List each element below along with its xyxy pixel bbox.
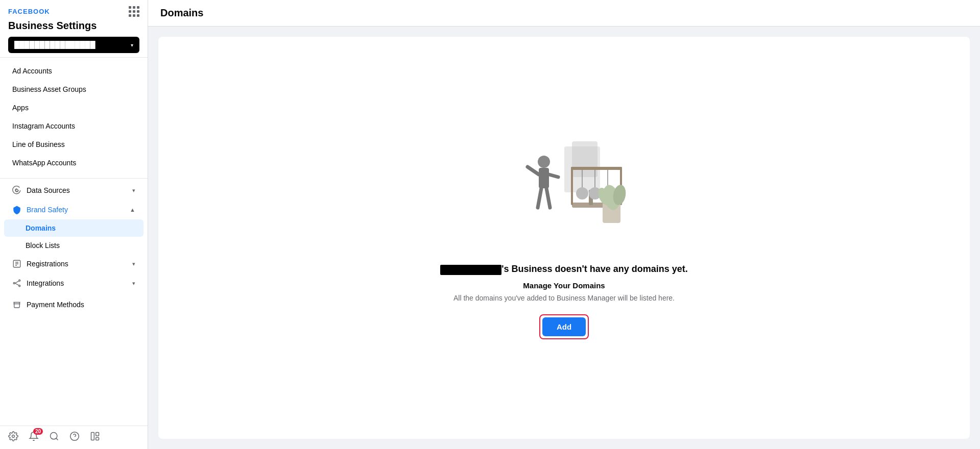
payment-methods-label: Payment Methods [27, 301, 135, 309]
domains-label: Domains [26, 224, 56, 232]
main-content: Domains [148, 0, 980, 449]
integrations-group: Integrations ▾ [0, 273, 148, 293]
sidebar-item-apps[interactable]: Apps [4, 98, 144, 117]
data-sources-header[interactable]: Data Sources ▾ [4, 181, 144, 200]
sidebar-footer: 20 [0, 426, 148, 449]
svg-point-0 [16, 189, 18, 192]
add-domain-button[interactable]: Add [542, 317, 586, 336]
data-sources-icon [12, 186, 21, 195]
divider [0, 178, 148, 179]
svg-rect-14 [96, 438, 99, 440]
block-lists-label: Block Lists [26, 241, 60, 250]
account-selector-label: ████████████████ [14, 41, 127, 49]
empty-state-illustration [493, 136, 636, 248]
svg-point-23 [576, 187, 588, 199]
sidebar-item-label: Business Asset Groups [12, 85, 135, 93]
svg-line-5 [15, 281, 19, 283]
registrations-icon [12, 259, 21, 268]
brand-safety-icon [12, 205, 21, 214]
brand-safety-group: Brand Safety ▲ Domains Block Lists [0, 200, 148, 254]
registrations-chevron: ▾ [132, 261, 135, 267]
panel-icon[interactable] [90, 431, 100, 444]
integrations-label: Integrations [27, 279, 132, 287]
notifications-icon[interactable]: 20 [29, 431, 39, 444]
grid-icon[interactable] [129, 6, 139, 17]
svg-point-2 [13, 283, 15, 284]
svg-line-6 [15, 283, 19, 285]
brand-safety-header[interactable]: Brand Safety ▲ [4, 200, 144, 219]
sidebar-item-line-of-business[interactable]: Line of Business [4, 135, 144, 154]
svg-rect-13 [96, 433, 99, 436]
chevron-down-icon: ▾ [131, 42, 133, 48]
svg-rect-19 [571, 167, 622, 170]
business-settings-title: Business Settings [8, 20, 139, 32]
sidebar: FACEBOOK Business Settings █████████████… [0, 0, 148, 449]
manage-domains-desc: All the domains you've added to Business… [453, 294, 675, 302]
svg-rect-29 [539, 168, 549, 188]
brand-safety-label: Brand Safety [27, 206, 130, 214]
redacted-business-name [440, 265, 501, 275]
integrations-header[interactable]: Integrations ▾ [4, 273, 144, 293]
integrations-icon [12, 279, 21, 288]
sidebar-item-block-lists[interactable]: Block Lists [4, 237, 144, 254]
sidebar-header: FACEBOOK Business Settings █████████████… [0, 0, 148, 58]
facebook-logo: FACEBOOK [8, 8, 50, 15]
svg-point-3 [19, 280, 20, 281]
integrations-chevron: ▾ [132, 280, 135, 287]
sidebar-logo-row: FACEBOOK [8, 6, 139, 17]
svg-point-4 [19, 285, 20, 287]
page-title: Domains [160, 7, 968, 19]
sidebar-item-label: WhatsApp Accounts [12, 159, 135, 167]
data-sources-chevron: ▾ [132, 187, 135, 194]
notification-badge: 20 [33, 428, 43, 435]
empty-state-title: 's Business doesn't have any domains yet… [440, 264, 688, 275]
sidebar-item-business-asset-groups[interactable]: Business Asset Groups [4, 80, 144, 98]
empty-title-suffix: 's Business doesn't have any domains yet… [501, 264, 688, 274]
settings-icon[interactable] [8, 431, 18, 444]
svg-line-32 [538, 188, 541, 208]
svg-point-10 [70, 432, 79, 441]
manage-domains-title: Manage Your Domains [523, 281, 605, 290]
registrations-group: Registrations ▾ [0, 254, 148, 273]
sidebar-item-label: Ad Accounts [12, 67, 135, 75]
page-header: Domains [148, 0, 980, 27]
svg-rect-16 [572, 141, 597, 177]
svg-line-31 [549, 174, 558, 177]
content-area: 's Business doesn't have any domains yet… [148, 27, 980, 449]
sidebar-item-label: Apps [12, 104, 135, 112]
brand-safety-chevron: ▲ [130, 207, 135, 213]
data-sources-group: Data Sources ▾ [0, 181, 148, 200]
sidebar-item-instagram-accounts[interactable]: Instagram Accounts [4, 117, 144, 135]
svg-rect-20 [571, 167, 573, 205]
account-selector[interactable]: ████████████████ ▾ [8, 37, 139, 53]
search-icon[interactable] [49, 431, 59, 444]
registrations-header[interactable]: Registrations ▾ [4, 254, 144, 273]
add-button-wrapper: Add [539, 314, 589, 339]
sidebar-item-whatsapp-accounts[interactable]: WhatsApp Accounts [4, 154, 144, 172]
nav-links-section: Ad Accounts Business Asset Groups Apps I… [0, 58, 148, 176]
svg-line-9 [56, 438, 58, 440]
domains-card: 's Business doesn't have any domains yet… [158, 37, 970, 439]
svg-line-33 [546, 188, 550, 208]
sidebar-item-ad-accounts[interactable]: Ad Accounts [4, 62, 144, 80]
svg-point-8 [51, 433, 57, 439]
help-icon[interactable] [69, 431, 80, 444]
data-sources-label: Data Sources [27, 186, 132, 194]
svg-point-28 [538, 156, 550, 168]
svg-point-7 [12, 435, 15, 438]
sidebar-item-label: Instagram Accounts [12, 122, 135, 130]
sidebar-item-payment-methods[interactable]: Payment Methods [4, 295, 144, 314]
sidebar-item-label: Line of Business [12, 140, 135, 148]
registrations-label: Registrations [27, 260, 132, 268]
payment-methods-icon [12, 300, 21, 309]
sidebar-item-domains[interactable]: Domains [4, 219, 144, 237]
svg-rect-12 [91, 433, 94, 440]
svg-line-30 [528, 167, 539, 174]
